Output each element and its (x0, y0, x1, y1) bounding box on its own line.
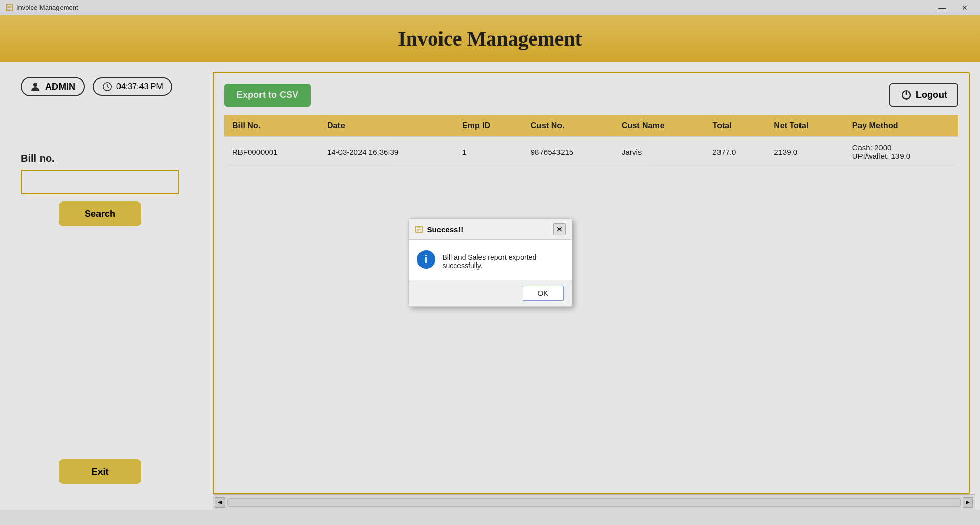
dialog-footer: OK (409, 280, 572, 306)
dialog-body: i Bill and Sales report exported success… (409, 240, 572, 280)
dialog-title: Success!! (427, 225, 464, 234)
info-icon: i (417, 250, 435, 269)
dialog-app-icon (415, 225, 423, 233)
dialog-overlay: Success!! ✕ i Bill and Sales report expo… (0, 0, 980, 525)
ok-button[interactable]: OK (523, 286, 564, 301)
dialog-title-left: Success!! (415, 225, 464, 234)
dialog-title-bar: Success!! ✕ (409, 219, 572, 240)
success-dialog: Success!! ✕ i Bill and Sales report expo… (408, 218, 572, 307)
dialog-message: Bill and Sales report exported successfu… (443, 250, 564, 270)
dialog-close-button[interactable]: ✕ (553, 223, 566, 235)
